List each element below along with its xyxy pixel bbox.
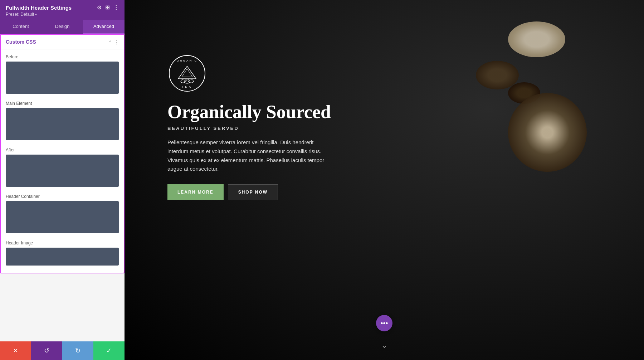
section-title: Custom CSS — [6, 39, 36, 45]
fab-icon: ••• — [380, 319, 388, 327]
css-label-header-container: Header Container — [6, 194, 119, 199]
hero-content: ORGANIC TEA Organically Sourced BEAUTIFU… — [167, 54, 331, 200]
panel-header: Fullwidth Header Settings ⊙ ⊞ ⋮ Preset: … — [0, 0, 125, 20]
css-field-header-image: Header Image — [6, 240, 119, 267]
preset-arrow: ▾ — [35, 13, 37, 16]
svg-marker-4 — [182, 69, 192, 77]
section-header-icons: ^ ⋮ — [109, 39, 119, 45]
panel-title: Fullwidth Header Settings — [6, 5, 72, 11]
panel-tabs: Content Design Advanced — [0, 20, 125, 34]
layout-icon[interactable]: ⊞ — [105, 4, 110, 11]
fab-button[interactable]: ••• — [376, 315, 392, 331]
save-icon: ✓ — [106, 347, 112, 355]
hero-subtitle: BEAUTIFULLY SERVED — [167, 126, 331, 131]
svg-point-5 — [180, 78, 187, 84]
css-input-header-container[interactable] — [6, 201, 119, 233]
redo-button[interactable]: ↻ — [62, 341, 93, 360]
screen-icon[interactable]: ⊙ — [97, 4, 102, 11]
cancel-icon: ✕ — [13, 347, 18, 355]
more-icon[interactable]: ⋮ — [113, 4, 119, 11]
css-label-main-element: Main Element — [6, 101, 119, 106]
collapse-icon[interactable]: ^ — [109, 39, 111, 45]
hero-preview: ORGANIC TEA Organically Sourced BEAUTIFU… — [125, 0, 644, 360]
undo-icon: ↺ — [44, 347, 49, 355]
hero-title: Organically Sourced — [167, 102, 331, 122]
svg-point-6 — [184, 80, 190, 83]
css-input-after[interactable] — [6, 155, 119, 187]
css-field-main-element: Main Element — [6, 101, 119, 142]
section-more-icon[interactable]: ⋮ — [114, 39, 119, 45]
custom-css-section: Custom CSS ^ ⋮ Before Main Element After — [0, 34, 125, 273]
section-header: Custom CSS ^ ⋮ — [1, 35, 124, 49]
shop-now-button[interactable]: SHOP NOW — [228, 184, 278, 200]
hero-buttons: LEARN MORE SHOP NOW — [167, 184, 331, 200]
panel-content: Custom CSS ^ ⋮ Before Main Element After — [0, 34, 125, 341]
undo-button[interactable]: ↺ — [31, 341, 62, 360]
css-field-before: Before — [6, 54, 119, 95]
tea-bowl-bottom — [508, 93, 587, 172]
panel-preset[interactable]: Preset: Default ▾ — [6, 12, 119, 17]
panel-title-row: Fullwidth Header Settings ⊙ ⊞ ⋮ — [6, 4, 119, 11]
css-input-header-image[interactable] — [6, 248, 119, 266]
tab-design[interactable]: Design — [42, 20, 83, 34]
left-panel: Fullwidth Header Settings ⊙ ⊞ ⋮ Preset: … — [0, 0, 125, 360]
bottom-toolbar: ✕ ↺ ↻ ✓ — [0, 341, 125, 360]
css-input-before[interactable] — [6, 62, 119, 94]
tab-advanced[interactable]: Advanced — [83, 20, 125, 34]
svg-point-7 — [187, 78, 194, 84]
css-input-main-element[interactable] — [6, 108, 119, 140]
panel-title-icons: ⊙ ⊞ ⋮ — [97, 4, 119, 11]
css-field-header-container: Header Container — [6, 194, 119, 235]
hero-body: Pellentesque semper viverra lorem vel fr… — [167, 138, 325, 174]
css-label-before: Before — [6, 54, 119, 59]
svg-text:TEA: TEA — [182, 85, 193, 88]
css-fields-container: Before Main Element After Header Contain… — [1, 49, 124, 267]
redo-icon: ↻ — [75, 347, 80, 355]
css-label-header-image: Header Image — [6, 240, 119, 245]
cancel-button[interactable]: ✕ — [0, 341, 31, 360]
hero-logo: ORGANIC TEA — [167, 54, 207, 93]
learn-more-button[interactable]: LEARN MORE — [167, 184, 224, 200]
css-label-after: After — [6, 147, 119, 152]
tea-bowl-top — [508, 21, 565, 57]
svg-text:ORGANIC: ORGANIC — [177, 59, 197, 62]
tab-content[interactable]: Content — [0, 20, 42, 34]
css-field-after: After — [6, 147, 119, 188]
save-button[interactable]: ✓ — [93, 341, 125, 360]
scroll-down-indicator[interactable]: ⌄ — [381, 341, 387, 350]
